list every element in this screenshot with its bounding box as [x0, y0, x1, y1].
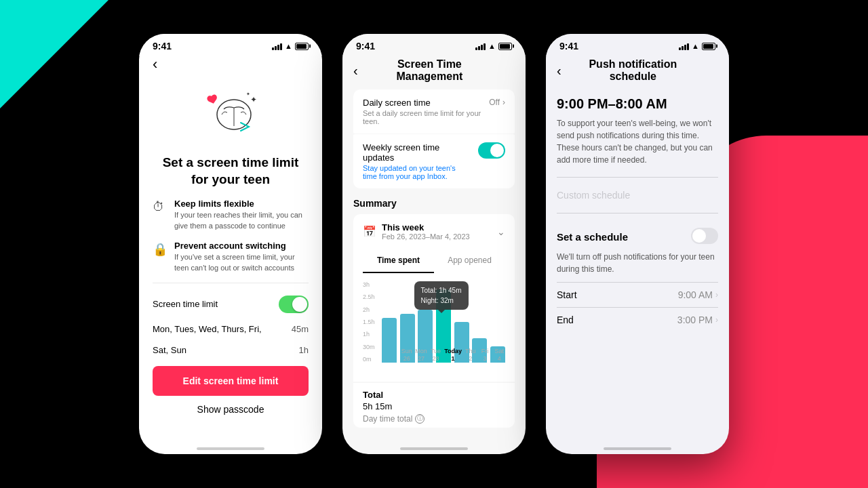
x-label-thu: Thu2: [465, 348, 476, 363]
x-label-tue: Tue28: [430, 348, 441, 363]
total-value: 5h 15m: [363, 401, 505, 411]
wifi-icon: ▲: [285, 42, 292, 50]
svg-text:✦: ✦: [246, 92, 250, 96]
daily-screen-time-row: Daily screen time Set a daily screen tim…: [353, 89, 515, 134]
bar-sun-fill: [382, 318, 397, 363]
phone1-feature2-title: Prevent account switching: [174, 241, 309, 251]
tab-time-spent[interactable]: Time spent: [363, 249, 434, 273]
weekday-label: Mon, Tues, Wed, Thurs, Fri,: [153, 324, 262, 334]
screen-time-toggle[interactable]: [279, 296, 309, 313]
phone1: 9:41 ▲ ‹: [139, 34, 322, 454]
phone2-time: 9:41: [356, 41, 375, 52]
phone1-screen-time-row: Screen time limit: [153, 290, 309, 319]
chart-x-labels: Sun26 Mon27 Tue28 Today1 Thu2 Fri3 Sat4: [401, 348, 505, 363]
phone1-feature1-title: Keep limits flexible: [174, 199, 309, 209]
phone2-signal-icon: [475, 42, 486, 50]
info-icon[interactable]: ⓘ: [415, 414, 425, 424]
phone3-header-title: Push notification schedule: [568, 58, 698, 83]
start-label: Start: [557, 289, 577, 300]
x-label-sat: Sat4: [494, 348, 505, 363]
phone2-header-title: Screen Time Management: [365, 58, 494, 83]
phone3-status-bar: 9:41 ▲: [546, 34, 729, 56]
chart-tooltip: Total: 1h 45m Night: 32m: [414, 281, 468, 310]
phone3-signal-icon: [679, 42, 689, 50]
daytime-total-label: Day time total ⓘ: [363, 414, 505, 424]
screen-time-label: Screen time limit: [153, 299, 218, 309]
end-chevron-icon: ›: [715, 315, 718, 325]
phone3-schedule-row: Set a schedule: [557, 220, 718, 251]
phone2-content: Daily screen time Set a daily screen tim…: [342, 89, 526, 428]
clock-icon: ⏱: [153, 200, 167, 214]
start-chevron-icon: ›: [715, 290, 718, 300]
svg-text:✦: ✦: [250, 95, 257, 104]
phone2-home-indicator: [400, 447, 468, 450]
chart-area: Total: 1h 45m Night: 32m 3h 2.5h 2h 1.5h…: [353, 273, 515, 382]
start-value: 9:00 AM ›: [678, 289, 718, 300]
phone3-content: 9:00 PM–8:00 AM To support your teen's w…: [546, 89, 729, 339]
weekend-label: Sat, Sun: [153, 345, 186, 355]
phone1-status-icons: ▲: [272, 42, 309, 50]
phone3-schedule-desc: We'll turn off push notifications for yo…: [557, 251, 718, 275]
phone3-back-button[interactable]: ‹: [557, 63, 561, 79]
tooltip-night: Night: 32m: [420, 296, 461, 306]
total-label: Total: [363, 390, 505, 400]
x-label-sun: Sun26: [401, 348, 412, 363]
daily-screen-time-label: Daily screen time: [363, 98, 489, 108]
phone2-battery-icon: [498, 43, 512, 50]
calendar-icon: 📅: [363, 225, 376, 238]
phone3-home-indicator: [604, 447, 671, 450]
end-value: 3:00 PM ›: [677, 314, 718, 325]
bar-sun: [382, 281, 397, 363]
phone3-battery-icon: [702, 43, 715, 50]
set-schedule-label: Set a schedule: [557, 231, 628, 243]
show-passcode-button[interactable]: Show passcode: [153, 396, 309, 423]
phone3-start-row[interactable]: Start 9:00 AM ›: [557, 282, 718, 307]
weekly-updates-label: Weekly screen time updates: [363, 142, 471, 163]
phone2-back-button[interactable]: ‹: [353, 63, 358, 79]
phone3-header: ‹ Push notification schedule: [546, 56, 729, 89]
phone2-wifi-icon: ▲: [488, 42, 496, 50]
edit-screen-time-button[interactable]: Edit screen time limit: [153, 366, 309, 396]
tab-app-opened[interactable]: App opened: [434, 249, 505, 273]
schedule-toggle[interactable]: [691, 228, 718, 244]
phone1-status-bar: 9:41 ▲: [139, 34, 322, 56]
end-label: End: [557, 314, 574, 325]
phone1-feature-switching: 🔒 Prevent account switching If you've se…: [153, 241, 309, 273]
phone3-time-desc: To support your teen's well-being, we wo…: [557, 117, 718, 166]
tooltip-total: Total: 1h 45m: [420, 285, 461, 296]
phone1-illustration: ✦ ✦: [153, 80, 309, 148]
phone3-time: 9:41: [559, 41, 578, 52]
phone3-custom-schedule: Custom schedule: [557, 184, 718, 206]
summary-title: Summary: [353, 190, 515, 214]
phone3-status-icons: ▲: [679, 42, 715, 50]
phone2-header: ‹ Screen Time Management: [342, 56, 526, 89]
weekly-updates-toggle[interactable]: [478, 142, 505, 159]
phone3-divider2: [557, 213, 718, 214]
week-chevron-icon: ⌄: [497, 226, 505, 237]
phone1-home-indicator: [197, 447, 264, 450]
phone3: 9:41 ▲ ‹ Push notification schedule 9:00…: [546, 34, 729, 454]
phone1-feature1-desc: If your teen reaches their limit, you ca…: [174, 210, 309, 231]
daily-screen-time-value[interactable]: Off ›: [489, 98, 505, 107]
phone1-feature-flexible: ⏱ Keep limits flexible If your teen reac…: [153, 199, 309, 231]
chart-tabs: Time spent App opened: [353, 249, 515, 273]
weekly-updates-row: Weekly screen time updates Stay updated …: [353, 134, 515, 188]
phone1-content: ‹: [139, 56, 322, 423]
phone3-end-row[interactable]: End 3:00 PM ›: [557, 307, 718, 332]
bar-chart: Total: 1h 45m Night: 32m 3h 2.5h 2h 1.5h…: [363, 281, 505, 376]
lock-icon: 🔒: [153, 242, 167, 257]
chevron-right-icon: ›: [502, 98, 505, 107]
total-section: Total 5h 15m Day time total ⓘ: [353, 383, 515, 428]
phone2: 9:41 ▲ ‹ Screen Time Management D: [342, 34, 526, 454]
chart-y-labels: 3h 2.5h 2h 1.5h 1h 30m 0m: [363, 281, 379, 363]
phones-container: 9:41 ▲ ‹: [0, 0, 868, 488]
week-selector[interactable]: 📅 This week Feb 26, 2023–Mar 4, 2023 ⌄: [353, 214, 515, 249]
phone2-status-icons: ▲: [475, 42, 512, 50]
daily-screen-time-sub: Set a daily screen time limit for your t…: [363, 109, 489, 125]
brain-illustration: ✦ ✦: [200, 89, 261, 140]
phone2-status-bar: 9:41 ▲: [342, 34, 526, 56]
phone3-wifi-icon: ▲: [692, 42, 699, 50]
this-week-label: This week: [382, 222, 470, 232]
x-label-today: Today1: [444, 348, 462, 363]
phone1-back-button[interactable]: ‹: [153, 56, 309, 80]
